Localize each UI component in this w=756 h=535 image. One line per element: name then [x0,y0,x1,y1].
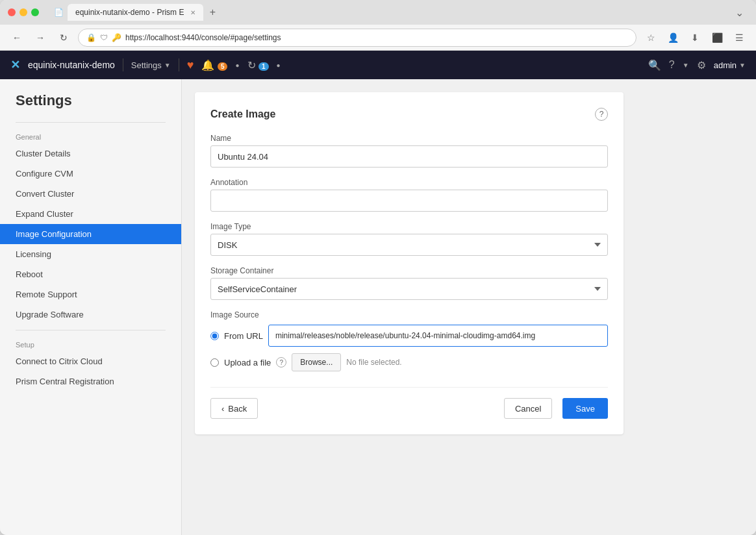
name-label: Name [210,134,608,143]
back-button[interactable]: ‹ Back [210,398,258,419]
sidebar-item-expand-cluster[interactable]: Expand Cluster [0,204,181,224]
annotation-field-group: Annotation [210,178,608,212]
upload-file-row: Upload a file ? Browse... No file select… [210,353,608,371]
annotation-label: Annotation [210,178,608,187]
back-chevron-icon: ‹ [221,404,224,414]
back-nav-button[interactable]: ← [8,29,26,47]
user-chevron: ▼ [739,62,746,69]
username-label: admin [714,60,737,70]
profile-icon[interactable]: 👤 [664,29,682,47]
sidebar-item-convert-cluster[interactable]: Convert Cluster [0,184,181,204]
sync-icon: ↻ [247,60,256,71]
header-dot: ● [235,62,239,69]
name-field-group: Name [210,134,608,168]
image-source-label: Image Source [210,310,608,319]
create-image-form: Create Image ? Name Annotation [195,92,624,434]
browser-window: 📄 equinix-nutanix-demo - Prism E ✕ + ⌄ ←… [0,0,756,535]
url-text: https://localhost:9440/console/#page/set… [125,33,281,42]
settings-gear-icon[interactable]: ⚙ [697,59,706,71]
sidebar-item-prism-central[interactable]: Prism Central Registration [0,371,181,392]
storage-container-label: Storage Container [210,266,608,275]
image-source-section: Image Source From URL Upload a file ? [210,310,608,371]
help-icon[interactable]: ? [669,59,675,71]
annotation-input[interactable] [210,190,608,212]
main-content: Create Image ? Name Annotation [182,79,756,535]
app-header: ✕ equinix-nutanix-demo Settings ▼ ♥ 🔔 5 … [0,51,756,79]
cluster-name: equinix-nutanix-demo [28,60,115,70]
url-input[interactable] [268,325,608,347]
address-bar[interactable]: 🔒 🛡 🔑 https://localhost:9440/console/#pa… [78,29,636,47]
sidebar-item-remote-support[interactable]: Remote Support [0,284,181,305]
app-logo: ✕ [10,58,20,72]
sync-badge: 1 [258,62,269,71]
header-section: Settings ▼ [131,60,171,70]
extensions-icon[interactable]: ⬛ [708,29,726,47]
sidebar-divider-top [16,122,166,123]
forward-nav-button[interactable]: → [31,29,49,47]
upload-file-radio[interactable] [210,358,219,367]
back-label: Back [228,404,247,414]
browse-button[interactable]: Browse... [292,353,341,371]
form-title: Create Image [210,108,276,120]
tab-title: equinix-nutanix-demo - Prism E [75,8,184,17]
form-header: Create Image ? [210,108,608,121]
image-type-label: Image Type [210,222,608,231]
close-button[interactable] [8,8,16,16]
storage-container-select[interactable]: SelfServiceContainer [210,278,608,300]
sidebar-divider-mid [16,330,166,330]
save-button[interactable]: Save [562,398,608,419]
new-tab-button[interactable]: + [203,3,221,21]
browser-menu-icon[interactable]: ⌄ [730,3,748,21]
image-type-field-group: Image Type DISK ISO [210,222,608,256]
sidebar-item-upgrade-software[interactable]: Upgrade Software [0,305,181,325]
upload-help-icon[interactable]: ? [276,357,286,367]
browser-toolbar: ← → ↻ 🔒 🛡 🔑 https://localhost:9440/conso… [0,25,756,51]
active-tab[interactable]: equinix-nutanix-demo - Prism E ✕ [68,4,203,21]
security-icon: 🛡 [100,33,108,42]
refresh-button[interactable]: ↻ [55,29,73,47]
section-chevron: ▼ [164,62,171,69]
from-url-radio[interactable] [210,332,219,340]
chevron-down-icon: ▼ [683,62,689,69]
user-menu[interactable]: admin ▼ [714,60,746,70]
sidebar-item-cluster-details[interactable]: Cluster Details [0,143,181,164]
sidebar-item-image-configuration[interactable]: Image Configuration [0,224,181,244]
tab-bar: 📄 equinix-nutanix-demo - Prism E ✕ + [49,3,725,21]
notification-badge: 5 [218,62,228,71]
notifications-bell[interactable]: 🔔 5 [201,59,227,71]
name-input[interactable] [210,145,608,168]
tab-close-button[interactable]: ✕ [190,9,195,16]
download-icon[interactable]: ⬇ [686,29,704,47]
sidebar-item-reboot[interactable]: Reboot [0,264,181,284]
header-section-label: Settings [131,60,162,70]
cancel-button[interactable]: Cancel [504,398,552,419]
app-body: Settings General Cluster Details Configu… [0,79,756,535]
minimize-button[interactable] [19,8,27,16]
sidebar-title: Settings [0,92,181,117]
traffic-lights [8,8,39,16]
browser-menu-btn[interactable]: ☰ [730,29,748,47]
search-icon[interactable]: 🔍 [648,59,661,71]
image-type-select[interactable]: DISK ISO [210,234,608,256]
form-help-icon[interactable]: ? [595,108,608,121]
sidebar: Settings General Cluster Details Configu… [0,79,182,535]
no-file-label: No file selected. [346,358,401,367]
heartbeat-icon[interactable]: ♥ [187,58,194,72]
sidebar-item-licensing[interactable]: Licensing [0,244,181,264]
browser-toolbar-right: ☆ 👤 ⬇ ⬛ ☰ [642,29,748,47]
sync-indicator[interactable]: ↻ 1 [247,59,269,71]
bookmark-icon[interactable]: ☆ [642,29,660,47]
shield-icon: 🔑 [112,33,121,42]
lock-icon: 🔒 [86,33,96,42]
form-footer: ‹ Back Cancel Save [210,387,608,419]
sidebar-item-configure-cvm[interactable]: Configure CVM [0,164,181,184]
from-url-row: From URL [210,325,608,347]
storage-container-field-group: Storage Container SelfServiceContainer [210,266,608,300]
page-favicon: 📄 [49,3,68,21]
maximize-button[interactable] [31,8,39,16]
sidebar-item-connect-citrix[interactable]: Connect to Citrix Cloud [0,351,181,371]
header-divider-2 [179,58,179,71]
bell-icon: 🔔 [201,60,214,71]
from-url-label: From URL [224,331,263,341]
header-divider [123,58,123,71]
